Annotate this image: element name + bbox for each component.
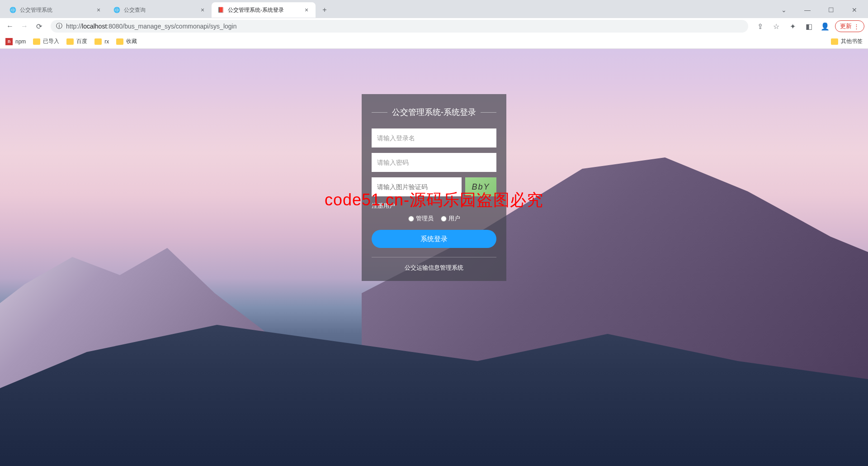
maximize-button[interactable]: ☐ xyxy=(821,3,841,17)
back-button[interactable]: ← xyxy=(4,20,16,33)
tab-bus-query[interactable]: 🌐 公交查询 × xyxy=(108,2,212,18)
globe-icon: 🌐 xyxy=(113,6,120,14)
login-button[interactable]: 系统登录 xyxy=(372,230,496,248)
bookmarks-bar: n npm 已导入 百度 rx 收藏 其他书签 xyxy=(0,34,868,49)
other-bookmarks[interactable]: 其他书签 xyxy=(831,38,863,45)
toolbar-right: ⇪ ☆ ✦ ◧ 👤 更新⋮ xyxy=(754,20,864,33)
forward-button[interactable]: → xyxy=(18,20,31,33)
bookmark-imported[interactable]: 已导入 xyxy=(33,38,59,45)
url-text: http://localhost:8080/bus_manage_sys/com… xyxy=(66,23,236,30)
tab-title: 公交管理系统 xyxy=(20,6,95,14)
folder-icon xyxy=(116,38,123,45)
bookmark-baidu[interactable]: 百度 xyxy=(66,38,87,45)
role-admin-radio[interactable] xyxy=(408,216,414,222)
folder-icon xyxy=(66,38,74,45)
folder-icon xyxy=(33,38,40,45)
profile-icon[interactable]: 👤 xyxy=(819,20,831,33)
tab-title: 公交查询 xyxy=(124,6,199,14)
star-icon[interactable]: ☆ xyxy=(770,20,783,33)
folder-icon xyxy=(831,38,838,45)
extensions-icon[interactable]: ✦ xyxy=(786,20,799,33)
bookmark-npm[interactable]: n npm xyxy=(5,38,26,45)
update-button[interactable]: 更新⋮ xyxy=(835,20,864,32)
page-content: 公交管理系统-系统登录 BbY 注册用户 管理员 用户 系统登录 公交运输信息管… xyxy=(0,49,868,466)
login-title: 公交管理系统-系统登录 xyxy=(372,107,496,118)
globe-icon: 🌐 xyxy=(9,6,16,14)
close-window-button[interactable]: ✕ xyxy=(844,3,864,17)
role-user-option[interactable]: 用户 xyxy=(441,214,460,223)
login-footer: 公交运输信息管理系统 xyxy=(372,257,496,272)
watermark-text: code51.cn-源码乐园盗图必究 xyxy=(325,189,543,211)
browser-chrome: 🌐 公交管理系统 × 🌐 公交查询 × 📕 公交管理系统-系统登录 × + ⌄ … xyxy=(0,0,868,49)
window-controls: ⌄ — ☐ ✕ xyxy=(774,3,864,17)
close-icon[interactable]: × xyxy=(199,6,206,14)
role-user-radio[interactable] xyxy=(441,216,447,222)
tab-login[interactable]: 📕 公交管理系统-系统登录 × xyxy=(212,2,316,18)
login-panel: 公交管理系统-系统登录 BbY 注册用户 管理员 用户 系统登录 公交运输信息管… xyxy=(362,94,506,281)
minimize-button[interactable]: — xyxy=(797,3,817,17)
npm-icon: n xyxy=(5,38,13,45)
url-bar[interactable]: ⓘ http://localhost:8080/bus_manage_sys/c… xyxy=(51,20,748,33)
app-icon: 📕 xyxy=(217,6,224,14)
bookmark-rx[interactable]: rx xyxy=(94,38,109,45)
tab-title: 公交管理系统-系统登录 xyxy=(228,6,303,14)
toolbar: ← → ⟳ ⓘ http://localhost:8080/bus_manage… xyxy=(0,18,868,34)
sidepanel-icon[interactable]: ◧ xyxy=(802,20,815,33)
close-icon[interactable]: × xyxy=(95,6,102,14)
bookmark-favorites[interactable]: 收藏 xyxy=(116,38,137,45)
new-tab-button[interactable]: + xyxy=(318,4,331,16)
username-input[interactable] xyxy=(372,128,496,147)
tab-bus-system[interactable]: 🌐 公交管理系统 × xyxy=(4,2,108,18)
password-input[interactable] xyxy=(372,153,496,172)
info-icon: ⓘ xyxy=(56,22,62,30)
close-icon[interactable]: × xyxy=(303,6,310,14)
role-admin-option[interactable]: 管理员 xyxy=(408,214,434,223)
role-radio-group: 管理员 用户 xyxy=(372,214,496,223)
chevron-down-icon[interactable]: ⌄ xyxy=(774,3,794,17)
reload-button[interactable]: ⟳ xyxy=(33,20,45,33)
tab-bar: 🌐 公交管理系统 × 🌐 公交查询 × 📕 公交管理系统-系统登录 × + ⌄ … xyxy=(0,0,868,18)
share-icon[interactable]: ⇪ xyxy=(754,20,766,33)
folder-icon xyxy=(94,38,102,45)
